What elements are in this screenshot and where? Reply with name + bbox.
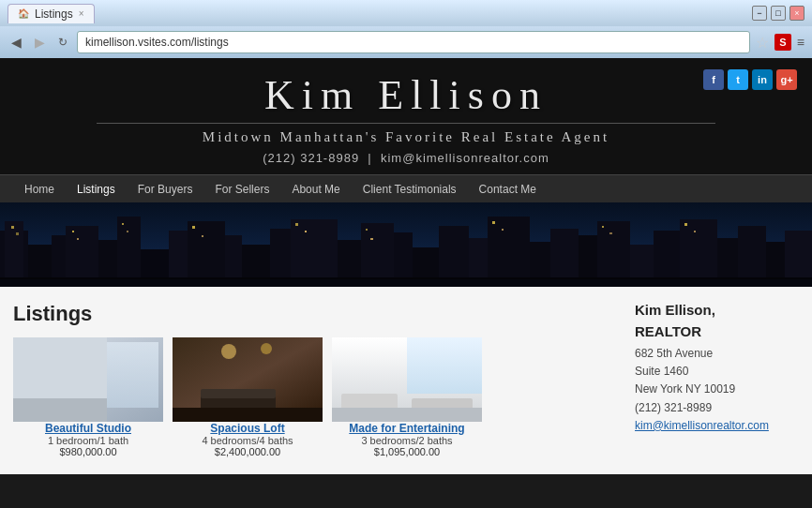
entertaining-svg [332, 337, 482, 422]
site-name: Kim Ellison [19, 71, 793, 119]
nav-listings[interactable]: Listings [66, 175, 127, 203]
svg-rect-45 [492, 221, 495, 224]
listing-title-1[interactable]: Beautiful Studio [13, 422, 163, 435]
listing-title-3[interactable]: Made for Entertaining [332, 422, 482, 435]
menu-button[interactable]: ≡ [797, 35, 804, 50]
tab-title: Listings [35, 7, 73, 21]
loft-svg [173, 337, 323, 422]
realtor-title: REALTOR [635, 323, 799, 339]
svg-rect-49 [684, 223, 687, 226]
nav-for-sellers[interactable]: For Sellers [203, 175, 280, 203]
svg-rect-21 [488, 217, 530, 287]
realtor-email[interactable]: kim@kimellisonrealtor.com [635, 419, 769, 432]
contact-phone: (212) 321-8989 [263, 151, 359, 165]
nav-client-testimonials[interactable]: Client Testimonials [352, 175, 468, 203]
svg-point-62 [261, 343, 272, 354]
svg-rect-16 [361, 223, 394, 287]
hero-image [0, 202, 812, 287]
svg-rect-46 [502, 229, 504, 231]
svg-rect-56 [107, 342, 158, 408]
bookmark-button[interactable]: ☆ [756, 34, 769, 52]
site-header: f t in g+ Kim Ellison Midtown Manhattan'… [0, 58, 812, 174]
listing-card-3[interactable]: Made for Entertaining 3 bedrooms/2 baths… [332, 337, 482, 457]
nav-home[interactable]: Home [13, 175, 66, 203]
site-contact: (212) 321-8989 | kim@kimellisonrealtor.c… [19, 151, 793, 165]
svg-point-61 [221, 344, 236, 359]
site-tagline: Midtown Manhattan's Favorite Real Estate… [19, 129, 793, 145]
listings-grid: Beautiful Studio 1 bedroom/1 bath $980,0… [13, 337, 620, 457]
listing-title-2[interactable]: Spacious Loft [173, 422, 323, 435]
realtor-name: Kim Ellison, [635, 302, 799, 318]
svg-rect-39 [192, 226, 195, 229]
forward-button[interactable]: ▶ [31, 33, 49, 52]
site-content: Listings [0, 287, 812, 474]
listing-card-1[interactable]: Beautiful Studio 1 bedroom/1 bath $980,0… [13, 337, 163, 457]
site-nav: Home Listings For Buyers For Sellers Abo… [0, 174, 812, 202]
social-icons: f t in g+ [703, 69, 797, 90]
extension-icon-s[interactable]: S [774, 34, 791, 51]
browser-chrome: 🏠 Listings × − □ × ◀ ▶ ↻ ☆ S ≡ [0, 0, 812, 58]
svg-rect-35 [72, 231, 74, 232]
svg-rect-40 [202, 235, 203, 237]
twitter-icon[interactable]: t [728, 69, 748, 90]
listing-image-1 [13, 337, 163, 422]
svg-rect-58 [13, 337, 107, 398]
reload-button[interactable]: ↻ [54, 34, 71, 51]
svg-rect-25 [597, 221, 630, 287]
realtor-city: New York NY 10019 [635, 381, 799, 398]
nav-about-me[interactable]: About Me [280, 175, 351, 203]
hero-skyline [0, 202, 812, 287]
listing-bedrooms-2: 4 bedrooms/4 baths [173, 435, 323, 446]
realtor-address2: Suite 1460 [635, 363, 799, 381]
header-divider [97, 123, 716, 124]
svg-rect-44 [370, 238, 373, 240]
nav-for-buyers[interactable]: For Buyers [127, 175, 204, 203]
svg-rect-33 [11, 226, 14, 229]
realtor-address1: 682 5th Avenue [635, 345, 799, 363]
nav-contact-me[interactable]: Contact Me [468, 175, 548, 203]
listing-bedrooms-3: 3 bedrooms/2 baths [332, 435, 482, 446]
svg-rect-71 [332, 408, 482, 422]
tab-favicon: 🏠 [18, 8, 29, 19]
tab-close-button[interactable]: × [79, 8, 84, 19]
skyline-svg [0, 202, 812, 287]
listing-price-3: $1,095,000.00 [332, 446, 482, 457]
svg-rect-48 [609, 232, 612, 234]
close-button[interactable]: × [789, 6, 804, 21]
realtor-info: 682 5th Avenue Suite 1460 New York NY 10… [635, 345, 799, 435]
googleplus-icon[interactable]: g+ [776, 69, 797, 90]
svg-rect-10 [188, 221, 225, 287]
svg-rect-64 [201, 389, 276, 398]
listing-price-2: $2,400,000.00 [173, 446, 323, 457]
minimize-button[interactable]: − [752, 6, 767, 21]
listing-card-2[interactable]: Spacious Loft 4 bedrooms/4 baths $2,400,… [173, 337, 323, 457]
svg-rect-7 [117, 217, 141, 287]
address-bar[interactable] [77, 31, 750, 53]
svg-rect-42 [305, 231, 307, 232]
back-button[interactable]: ◀ [8, 33, 25, 52]
window-controls: − □ × [752, 6, 804, 21]
listing-bedrooms-1: 1 bedroom/1 bath [13, 435, 163, 446]
facebook-icon[interactable]: f [703, 69, 724, 90]
svg-rect-38 [127, 231, 128, 232]
browser-toolbar: ◀ ▶ ↻ ☆ S ≡ [0, 26, 812, 58]
browser-tab[interactable]: 🏠 Listings × [8, 4, 95, 23]
listing-price-1: $980,000.00 [13, 446, 163, 457]
listing-image-2 [173, 337, 323, 422]
listings-section: Listings [13, 302, 620, 459]
svg-rect-47 [602, 226, 604, 228]
linkedin-icon[interactable]: in [752, 69, 773, 90]
svg-rect-14 [291, 219, 338, 287]
svg-rect-36 [77, 238, 79, 240]
website: f t in g+ Kim Ellison Midtown Manhattan'… [0, 58, 812, 508]
sidebar: Kim Ellison, REALTOR 682 5th Avenue Suit… [635, 302, 799, 459]
studio-svg [13, 337, 163, 422]
realtor-phone: (212) 321-8989 [635, 399, 799, 417]
svg-rect-68 [407, 337, 482, 394]
listing-image-3 [332, 337, 482, 422]
svg-rect-43 [366, 229, 368, 231]
svg-rect-57 [13, 398, 107, 422]
svg-rect-65 [173, 408, 323, 422]
svg-rect-37 [122, 223, 124, 225]
maximize-button[interactable]: □ [771, 6, 786, 21]
